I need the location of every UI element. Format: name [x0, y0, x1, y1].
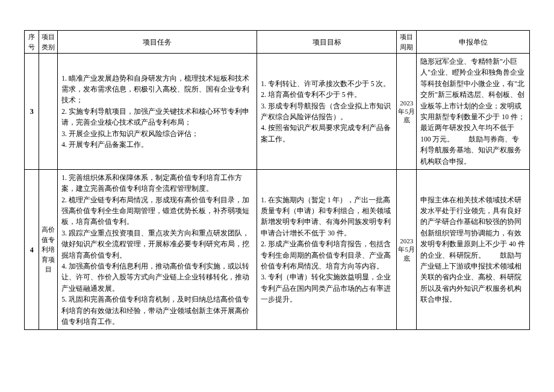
header-task: 项目任务 [58, 31, 257, 54]
header-unit: 申报单位 [417, 31, 530, 54]
row-category: 高价值专利培育项目 [39, 169, 58, 329]
row-period: 2023年5月底 [397, 54, 417, 170]
header-category: 项目类别 [39, 31, 58, 54]
row-goal: 1. 专利转让、许可承接次数不少于 5 次。2. 培育高价值专利不少于 5 件。… [257, 54, 397, 170]
row-goal: 1. 在实施期内（暂定 1 年），产出一批高质量专利（申请）和专利组合，相关领域… [257, 169, 397, 329]
row-task: 1. 完善组织体系和保障体系，制定高价值专利培育工作方案，建立完善高价值专利培育… [58, 169, 257, 329]
project-table: 序号 项目类别 项目任务 项目目标 项目周期 申报单位 3 1. 瞄准产业发展趋… [24, 30, 530, 330]
row-task: 1. 瞄准产业发展趋势和自身研发方向，梳理技术短板和技术需求，发布需求信息，积极… [58, 54, 257, 170]
table-row: 4 高价值专利培育项目 1. 完善组织体系和保障体系，制定高价值专利培育工作方案… [25, 169, 530, 329]
row-seq: 3 [25, 54, 39, 170]
table-header-row: 序号 项目类别 项目任务 项目目标 项目周期 申报单位 [25, 31, 530, 54]
row-unit: 隐形冠军企业、专精特新"小巨人"企业、瞪羚企业和独角兽企业等科技创新型中小微企业… [417, 54, 530, 170]
header-goal: 项目目标 [257, 31, 397, 54]
header-seq: 序号 [25, 31, 39, 54]
table-row: 3 1. 瞄准产业发展趋势和自身研发方向，梳理技术短板和技术需求，发布需求信息，… [25, 54, 530, 170]
row-unit: 申报主体在相关技术领域技术研发水平处于行业领先，具有良好的产学研合作基础和较强的… [417, 169, 530, 329]
row-seq: 4 [25, 169, 39, 329]
row-category [39, 54, 58, 170]
row-period: 2023年5月底 [397, 169, 417, 329]
header-period: 项目周期 [397, 31, 417, 54]
